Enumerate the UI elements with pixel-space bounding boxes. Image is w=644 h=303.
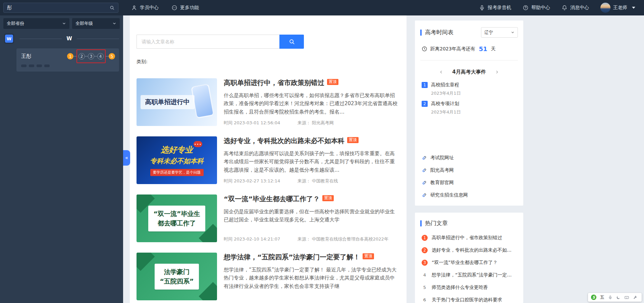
moon-icon[interactable]: [616, 295, 621, 300]
quick-link-label: 考试院网址: [430, 155, 454, 161]
quick-link[interactable]: 研究生招生信息网: [422, 192, 517, 198]
ime-mic-icon[interactable]: [608, 295, 612, 300]
nav-more-functions[interactable]: 更多功能: [171, 5, 199, 11]
step-5[interactable]: 5: [109, 53, 115, 59]
person-icon: [131, 5, 137, 11]
sidebar-collapse-handle[interactable]: [123, 150, 130, 166]
article-time: 时间 2023-02-10 14:21:07: [224, 236, 298, 243]
chevron-down-icon: [112, 21, 116, 26]
student-search-input[interactable]: 彤: [3, 3, 118, 13]
accent-bar: [420, 220, 422, 226]
chevron-down-icon: [511, 31, 515, 34]
thumbnail-phone-graphic: [191, 84, 214, 119]
article-excerpt: 什么是高职单招，哪些考生可以报考，如何填报志愿？多省市已发布高职单招政策，准备报…: [224, 91, 399, 116]
quick-link[interactable]: 阳光高考网: [422, 167, 517, 173]
timetable-title: 高考时间表: [425, 29, 453, 36]
prev-month-icon[interactable]: [439, 70, 443, 74]
search-icon[interactable]: [109, 5, 115, 10]
grade-select-value: 全部年级: [75, 20, 93, 27]
article-item: 选好专业 专科未必不如本科 要学历还是要学艺，是个问题 选好专业，专科批次的出路…: [137, 136, 399, 184]
article-source-label: 来源：: [298, 178, 311, 183]
region-select[interactable]: 辽宁: [481, 27, 518, 38]
hot-article-rank: 5: [422, 285, 428, 291]
month-events-title: 4月高考大事件: [452, 69, 486, 75]
step-3[interactable]: 3: [88, 53, 94, 59]
nav-student-center[interactable]: 学员中心: [131, 5, 159, 11]
ime-toolbar: S 五: [588, 293, 642, 302]
student-name: 王彤: [21, 53, 31, 59]
article-meta: 时间 2023-02-10 14:21:07 来源： 中国教育在线综合整理自各高…: [224, 232, 399, 243]
nav-recorder[interactable]: 报考录音机: [479, 5, 511, 11]
pinned-badge: 置顶: [347, 137, 359, 143]
student-tag[interactable]: [44, 64, 50, 67]
article-title[interactable]: 高职单招进行中，省市政策别错过置顶: [224, 78, 399, 87]
step-2[interactable]: 2: [78, 53, 85, 59]
article-list: 高职单招进行中 高职单招进行中，省市政策别错过置顶 什么是高职单招，哪些考生可以…: [137, 78, 399, 300]
thumbnail-text-panel: 法学豪门 “五院四系”: [155, 264, 199, 290]
article-title-text: 高职单招进行中，省市政策别错过: [224, 79, 324, 87]
student-tag[interactable]: [37, 64, 42, 67]
nav-help-center[interactable]: 帮助中心: [523, 5, 550, 11]
keyboard-icon[interactable]: [624, 295, 629, 300]
category-filter-label: 类别:: [137, 58, 154, 70]
article-search-button[interactable]: [279, 35, 304, 49]
quick-link[interactable]: 考试院网址: [422, 155, 517, 161]
sogou-logo-icon[interactable]: S: [591, 295, 596, 300]
article-thumbnail[interactable]: 选好专业 专科未必不如本科 要学历还是要学艺，是个问题: [137, 136, 217, 184]
event-item[interactable]: 2 高校专项计划 2023年4月1日: [422, 101, 517, 115]
article-title-text: 选好专业，专科批次的出路未必不如本科: [224, 137, 344, 145]
hot-article-item[interactable]: 6 关于热门专业口腔医学的选科要求: [422, 297, 519, 303]
article-thumbnail[interactable]: “双一流”毕业生 都去哪工作了: [137, 194, 217, 242]
user-menu[interactable]: 王老师: [600, 3, 635, 13]
thumbnail-ribbon: 要学历还是要学艺，是个问题: [150, 169, 204, 176]
article-time-value: 2023-02-27 13:12:14: [234, 178, 280, 183]
hot-article-rank: 4: [422, 272, 428, 278]
province-select[interactable]: 全部省份: [3, 18, 69, 29]
article-thumbnail[interactable]: 高职单招进行中: [137, 78, 217, 126]
article-title[interactable]: 想学法律，“五院四系”法学豪门一定要了解！置顶: [224, 253, 399, 261]
article-title[interactable]: “双一流”毕业生都去哪工作了？置顶: [224, 194, 399, 203]
hot-articles-title: 热门文章: [425, 219, 448, 227]
thumbnail-text-panel: “双一流”毕业生 都去哪工作了: [148, 206, 206, 231]
nav-message-center[interactable]: 消息中心: [561, 5, 589, 11]
student-tag[interactable]: [29, 64, 34, 67]
hot-article-item[interactable]: 1 高职单招进行中，省市政策别错过: [422, 235, 519, 241]
student-tag[interactable]: [21, 64, 26, 67]
countdown-suffix: 天: [491, 46, 496, 52]
student-card[interactable]: 王彤 1 2 3 4 5: [16, 48, 119, 72]
grade-select[interactable]: 全部年级: [72, 18, 120, 29]
next-month-icon[interactable]: [495, 70, 499, 74]
article-search-input[interactable]: [137, 35, 279, 49]
step-4[interactable]: 4: [97, 53, 104, 59]
step-1[interactable]: 1: [67, 53, 73, 59]
article-title[interactable]: 选好专业，专科批次的出路未必不如本科置顶: [224, 136, 399, 145]
article-item: 法学豪门 “五院四系” 想学法律，“五院四系”法学豪门一定要了解！置顶 想学法律…: [137, 253, 399, 300]
hot-article-rank: 6: [422, 297, 428, 303]
hot-article-rank: 1: [422, 235, 428, 241]
event-date: 2023年4月1日: [431, 109, 517, 115]
divider: [420, 60, 518, 60]
letter-group-label: W: [66, 36, 72, 42]
quick-link[interactable]: 教育部官网: [422, 180, 517, 186]
article-thumbnail[interactable]: 法学豪门 “五院四系”: [137, 253, 217, 300]
event-item[interactable]: 1 高校招生章程 2023年4月1日: [422, 82, 517, 96]
bell-icon: [561, 5, 568, 11]
letter-index-badge[interactable]: W: [5, 35, 13, 43]
hot-article-item[interactable]: 4 想学法律，“五院四系”法学豪门一定…: [422, 272, 519, 278]
article-excerpt: 国企仍是应届毕业生的重要选择，但在一些高校中选择民营企业就业的毕业生已超过国企，…: [224, 208, 399, 224]
link-icon: [422, 180, 427, 185]
hot-article-item[interactable]: 2 选好专业，专科批次的出路未必不如…: [422, 247, 519, 253]
hot-article-item[interactable]: 3 “双一流”毕业生都去哪工作了？: [422, 260, 519, 266]
ime-mode-label[interactable]: 五: [600, 294, 604, 300]
article-source: 来源： 阳光高考网: [298, 120, 399, 126]
thumbnail-text-panel: 选好专业 专科未必不如本科: [150, 144, 204, 166]
wrench-icon[interactable]: [633, 295, 637, 300]
hot-article-item[interactable]: 5 师范类选择什么专业更吃香: [422, 285, 519, 291]
hot-article-title: 师范类选择什么专业更吃香: [432, 285, 488, 291]
article-source-label: 来源：: [298, 236, 311, 242]
user-name: 王老师: [613, 5, 627, 11]
event-title: 高校专项计划: [431, 101, 459, 107]
article-source-value: 中国教育在线: [312, 178, 338, 183]
link-icon: [422, 155, 427, 161]
article-source: 来源： 中国教育在线综合整理自各高校2022年: [298, 236, 399, 243]
